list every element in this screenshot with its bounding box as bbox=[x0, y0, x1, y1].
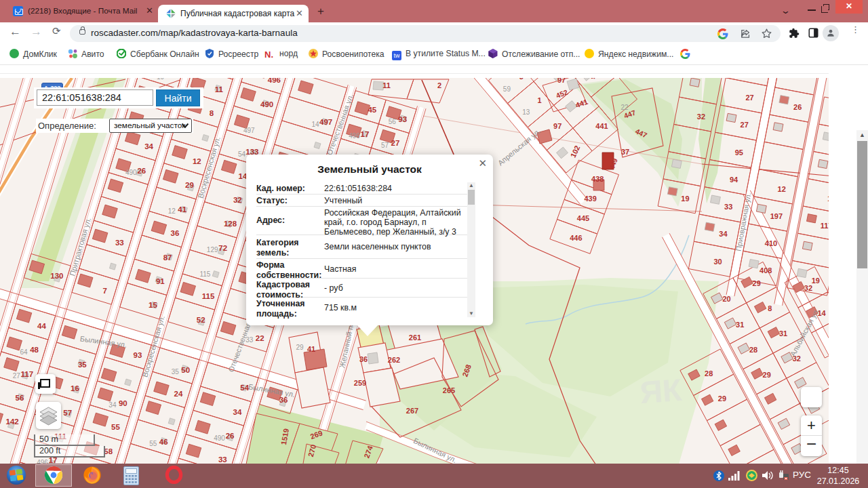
svg-text:497: 497 bbox=[243, 127, 255, 134]
svg-text:34: 34 bbox=[144, 142, 153, 150]
svg-text:32: 32 bbox=[697, 113, 705, 121]
svg-text:11: 11 bbox=[215, 85, 224, 94]
svg-text:50: 50 bbox=[181, 366, 190, 374]
svg-text:91: 91 bbox=[156, 277, 165, 285]
svg-text:490: 490 bbox=[125, 169, 137, 176]
svg-text:11: 11 bbox=[382, 81, 391, 89]
svg-text:18: 18 bbox=[827, 195, 829, 203]
svg-text:14: 14 bbox=[312, 121, 320, 128]
svg-text:31: 31 bbox=[779, 329, 787, 338]
svg-text:54: 54 bbox=[238, 150, 246, 158]
svg-text:8: 8 bbox=[210, 109, 214, 117]
svg-text:ЯК: ЯК bbox=[639, 372, 684, 410]
svg-text:7: 7 bbox=[102, 287, 106, 295]
svg-text:490: 490 bbox=[260, 100, 273, 108]
svg-text:45: 45 bbox=[368, 106, 376, 114]
svg-text:19: 19 bbox=[157, 78, 165, 81]
svg-text:34: 34 bbox=[719, 230, 728, 238]
svg-text:29: 29 bbox=[296, 344, 304, 351]
svg-text:261: 261 bbox=[409, 333, 421, 342]
svg-text:12: 12 bbox=[168, 207, 176, 215]
svg-text:27: 27 bbox=[391, 139, 400, 147]
svg-text:438: 438 bbox=[591, 175, 604, 183]
svg-text:34: 34 bbox=[233, 408, 242, 416]
svg-text:446: 446 bbox=[570, 234, 582, 242]
svg-text:97: 97 bbox=[557, 78, 566, 84]
svg-text:27: 27 bbox=[745, 94, 753, 102]
svg-text:490: 490 bbox=[214, 434, 225, 442]
svg-text:26: 26 bbox=[137, 167, 146, 175]
svg-text:27: 27 bbox=[741, 121, 749, 129]
svg-text:265: 265 bbox=[443, 386, 455, 394]
svg-text:55: 55 bbox=[111, 423, 120, 431]
svg-text:35: 35 bbox=[78, 361, 87, 369]
svg-text:33: 33 bbox=[218, 455, 227, 464]
svg-text:41: 41 bbox=[178, 205, 186, 214]
svg-text:117: 117 bbox=[821, 222, 829, 230]
svg-text:58: 58 bbox=[104, 447, 113, 455]
svg-text:128: 128 bbox=[224, 220, 237, 228]
svg-text:59: 59 bbox=[503, 85, 511, 93]
svg-text:8: 8 bbox=[768, 304, 772, 312]
svg-text:22: 22 bbox=[620, 104, 629, 111]
svg-text:19: 19 bbox=[681, 195, 689, 203]
svg-text:117: 117 bbox=[21, 370, 34, 378]
svg-text:95: 95 bbox=[735, 148, 743, 157]
svg-text:19: 19 bbox=[167, 78, 176, 79]
svg-text:93: 93 bbox=[398, 115, 407, 123]
svg-text:29: 29 bbox=[185, 181, 194, 189]
svg-text:52: 52 bbox=[197, 316, 205, 324]
svg-text:87: 87 bbox=[163, 253, 172, 262]
svg-text:142: 142 bbox=[6, 418, 19, 426]
svg-text:30: 30 bbox=[713, 258, 722, 266]
svg-text:31: 31 bbox=[736, 321, 744, 329]
svg-text:496: 496 bbox=[349, 132, 360, 140]
svg-text:94: 94 bbox=[730, 176, 738, 184]
svg-text:35: 35 bbox=[172, 368, 180, 375]
svg-text:15: 15 bbox=[149, 301, 157, 309]
svg-text:90: 90 bbox=[119, 399, 127, 407]
svg-text:34: 34 bbox=[108, 401, 117, 409]
svg-text:1: 1 bbox=[538, 96, 542, 104]
svg-text:44: 44 bbox=[37, 322, 46, 330]
svg-text:37: 37 bbox=[621, 148, 629, 156]
svg-text:439: 439 bbox=[584, 195, 596, 203]
svg-text:19: 19 bbox=[812, 277, 820, 285]
svg-text:33: 33 bbox=[724, 203, 732, 211]
svg-text:262: 262 bbox=[388, 356, 400, 364]
svg-text:26: 26 bbox=[226, 432, 235, 440]
svg-text:3: 3 bbox=[519, 78, 524, 81]
svg-text:497: 497 bbox=[319, 118, 332, 126]
svg-text:48: 48 bbox=[30, 346, 39, 354]
svg-text:36: 36 bbox=[171, 229, 180, 237]
svg-text:445: 445 bbox=[577, 214, 589, 222]
svg-text:56: 56 bbox=[389, 118, 397, 125]
svg-text:29: 29 bbox=[753, 279, 761, 287]
svg-text:408: 408 bbox=[760, 266, 772, 274]
svg-text:55: 55 bbox=[149, 440, 157, 447]
svg-text:20: 20 bbox=[722, 295, 730, 303]
svg-text:115: 115 bbox=[202, 292, 215, 300]
svg-text:267: 267 bbox=[406, 407, 418, 415]
svg-text:36: 36 bbox=[359, 355, 368, 363]
svg-text:28: 28 bbox=[705, 369, 713, 378]
svg-text:16: 16 bbox=[71, 384, 79, 392]
svg-text:57: 57 bbox=[381, 142, 389, 149]
svg-text:28: 28 bbox=[749, 346, 757, 354]
svg-text:17: 17 bbox=[361, 130, 370, 138]
svg-text:115: 115 bbox=[199, 270, 210, 278]
svg-text:64: 64 bbox=[20, 348, 28, 356]
svg-text:72: 72 bbox=[218, 244, 227, 252]
svg-text:27: 27 bbox=[13, 372, 21, 380]
svg-text:2: 2 bbox=[437, 81, 441, 89]
svg-text:56: 56 bbox=[16, 394, 24, 402]
svg-text:32: 32 bbox=[804, 284, 812, 292]
svg-text:32: 32 bbox=[233, 196, 242, 204]
svg-text:441: 441 bbox=[595, 122, 608, 130]
svg-text:12: 12 bbox=[193, 157, 201, 165]
svg-text:130: 130 bbox=[50, 272, 63, 280]
svg-text:129: 129 bbox=[207, 246, 218, 253]
svg-text:197: 197 bbox=[770, 212, 783, 220]
svg-text:93: 93 bbox=[134, 351, 142, 359]
svg-text:41: 41 bbox=[307, 345, 315, 353]
